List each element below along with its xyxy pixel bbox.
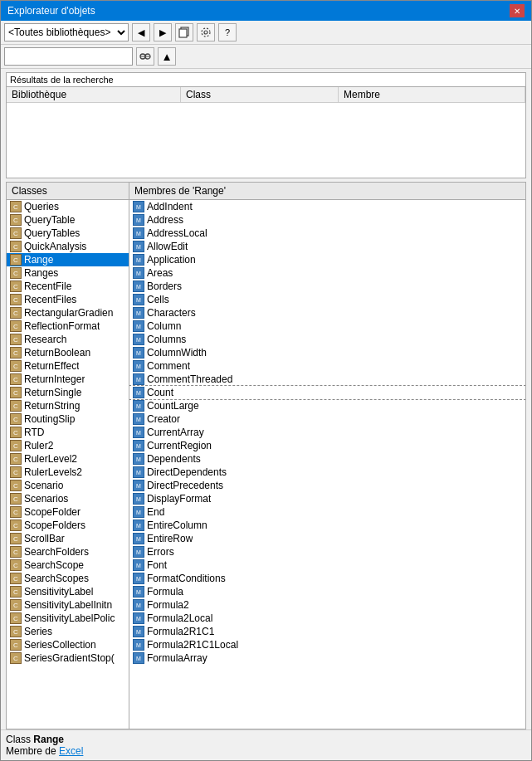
member-icon: M (133, 400, 144, 412)
list-item[interactable]: CSearchScopes (7, 572, 129, 585)
list-item[interactable]: CReturnEffect (7, 359, 129, 373)
member-icon: M (133, 307, 144, 319)
list-item[interactable]: CScopeFolders (7, 519, 129, 532)
member-item[interactable]: MAddIndent (129, 200, 525, 213)
member-item[interactable]: MFormula2 (129, 598, 525, 612)
members-list: MAddIndentMAddressMAddressLocalMAllowEdi… (129, 200, 525, 729)
list-item[interactable]: CSensitivityLabelInitn (7, 598, 129, 612)
close-button[interactable]: ✕ (510, 4, 525, 17)
member-item-label: EntireRow (147, 533, 193, 544)
member-icon: M (133, 347, 144, 359)
list-item[interactable]: CSensitivityLabel (7, 585, 129, 598)
list-item[interactable]: CRanges (7, 266, 129, 280)
list-item[interactable]: CSeriesCollection (7, 638, 129, 651)
list-item[interactable]: CReflectionFormat (7, 320, 129, 333)
member-item[interactable]: MCells (129, 293, 525, 306)
member-item-label: FormulaArray (147, 652, 207, 664)
member-item[interactable]: MAllowEdit (129, 240, 525, 253)
member-item[interactable]: MFormula2Local (129, 612, 525, 625)
member-item[interactable]: MBorders (129, 280, 525, 293)
member-item[interactable]: MApplication (129, 253, 525, 266)
list-item[interactable]: CQueryTables (7, 227, 129, 240)
member-item[interactable]: MCommentThreaded (129, 373, 525, 386)
member-item[interactable]: MFormula2R1C1Local (129, 638, 525, 651)
list-item[interactable]: CSearchFolders (7, 545, 129, 559)
member-item-label: AddIndent (147, 201, 193, 212)
list-item[interactable]: CSensitivityLabelPolic (7, 612, 129, 625)
member-item[interactable]: MCountLarge (129, 399, 525, 412)
copy-button[interactable] (175, 23, 193, 41)
member-item[interactable]: MAreas (129, 266, 525, 280)
list-item[interactable]: CQueryTable (7, 213, 129, 227)
member-item[interactable]: MColumns (129, 333, 525, 346)
library-select[interactable]: <Toutes bibliothèques> (4, 23, 129, 41)
settings-button[interactable] (197, 23, 215, 41)
list-item[interactable]: CQuickAnalysis (7, 240, 129, 253)
member-item[interactable]: MCurrentArray (129, 426, 525, 439)
list-item-label: SensitivityLabel (24, 586, 93, 598)
list-item[interactable]: CRange (7, 253, 129, 266)
member-item[interactable]: MFormula (129, 585, 525, 598)
list-item[interactable]: CReturnString (7, 399, 129, 412)
class-icon: C (10, 267, 22, 279)
list-item[interactable]: CScrollBar (7, 532, 129, 545)
list-item[interactable]: CScenarios (7, 492, 129, 505)
member-item[interactable]: MFont (129, 559, 525, 572)
list-item[interactable]: CQueries (7, 200, 129, 213)
member-icon: M (133, 427, 144, 438)
member-item[interactable]: MAddressLocal (129, 227, 525, 240)
forward-button[interactable]: ▶ (154, 23, 172, 41)
member-item[interactable]: MColumn (129, 320, 525, 333)
list-item[interactable]: CRectangularGradien (7, 306, 129, 320)
member-item[interactable]: MCharacters (129, 306, 525, 320)
member-item[interactable]: MEntireColumn (129, 519, 525, 532)
list-item[interactable]: CSearchScope (7, 559, 129, 572)
member-item[interactable]: MColumnWidth (129, 346, 525, 359)
list-item[interactable]: CSeriesGradientStop( (7, 651, 129, 665)
list-item[interactable]: CRulerLevel2 (7, 452, 129, 466)
list-item[interactable]: CRulerLevels2 (7, 466, 129, 479)
list-item[interactable]: CRuler2 (7, 439, 129, 452)
member-icon: M (133, 599, 144, 611)
list-item[interactable]: CSeries (7, 625, 129, 638)
list-item[interactable]: CRecentFile (7, 280, 129, 293)
list-item[interactable]: CScenario (7, 479, 129, 492)
list-item[interactable]: CRoutingSlip (7, 412, 129, 426)
list-item[interactable]: CRecentFiles (7, 293, 129, 306)
member-item[interactable]: MCount (129, 386, 525, 399)
member-item[interactable]: MCurrentRegion (129, 439, 525, 452)
member-icon: M (133, 466, 144, 478)
toolbar-2: ▲ (1, 45, 531, 69)
back-button[interactable]: ◀ (132, 23, 150, 41)
member-item[interactable]: MFormatConditions (129, 572, 525, 585)
member-item[interactable]: MFormulaArray (129, 651, 525, 665)
member-item[interactable]: MDisplayFormat (129, 492, 525, 505)
list-item[interactable]: CReturnInteger (7, 373, 129, 386)
help-button[interactable]: ? (218, 23, 237, 41)
member-icon: M (133, 453, 144, 465)
list-item-label: SearchScopes (24, 573, 89, 584)
status-member-link[interactable]: Excel (59, 745, 83, 757)
right-panel: Membres de 'Range' MAddIndentMAddressMAd… (129, 183, 525, 729)
member-item[interactable]: MEnd (129, 505, 525, 519)
member-item[interactable]: MErrors (129, 545, 525, 559)
list-item[interactable]: CReturnSingle (7, 386, 129, 399)
list-item[interactable]: CRTD (7, 426, 129, 439)
member-item[interactable]: MEntireRow (129, 532, 525, 545)
member-item[interactable]: MAddress (129, 213, 525, 227)
member-item-label: CurrentRegion (147, 440, 212, 451)
main-window: Explorateur d'objets ✕ <Toutes bibliothè… (0, 0, 532, 761)
list-item[interactable]: CScopeFolder (7, 505, 129, 519)
classes-list: CQueriesCQueryTableCQueryTablesCQuickAna… (7, 200, 129, 729)
member-item[interactable]: MCreator (129, 412, 525, 426)
member-item[interactable]: MFormula2R1C1 (129, 625, 525, 638)
search-input[interactable] (4, 47, 133, 66)
member-item[interactable]: MDependents (129, 452, 525, 466)
list-item[interactable]: CResearch (7, 333, 129, 346)
member-item[interactable]: MComment (129, 359, 525, 373)
member-item[interactable]: MDirectPrecedents (129, 479, 525, 492)
list-item[interactable]: CReturnBoolean (7, 346, 129, 359)
member-item[interactable]: MDirectDependents (129, 466, 525, 479)
collapse-button[interactable]: ▲ (158, 47, 176, 66)
search-button[interactable] (136, 47, 154, 66)
